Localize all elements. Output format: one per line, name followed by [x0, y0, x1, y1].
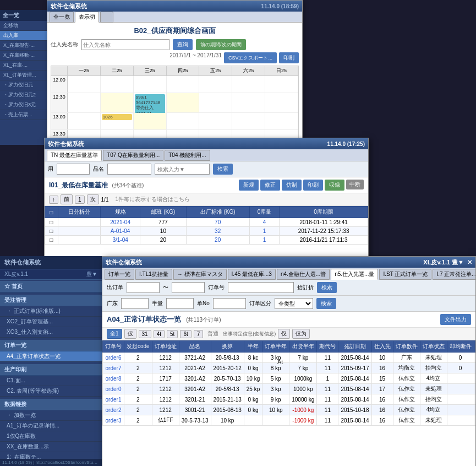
tab-display[interactable]: 表示切	[75, 12, 99, 23]
w3-filter-all[interactable]: 全1	[107, 329, 122, 339]
w2-search-button[interactable]: 検索	[213, 164, 233, 175]
ord-num[interactable]: order0	[103, 384, 124, 394]
export-button[interactable]: CSVエクスポート...	[224, 52, 277, 63]
supplier-input[interactable]	[81, 39, 169, 50]
order-row[interactable]: order1 2 1212 3201-21 2015-21-13 0 kg 9 …	[103, 394, 476, 405]
tab-extra[interactable]	[100, 12, 113, 23]
w2-btn-edit[interactable]: 修正	[260, 180, 280, 191]
w2-search-box[interactable]	[155, 164, 210, 175]
order-to-input[interactable]	[172, 282, 205, 293]
w3-filter-6[interactable]: 7	[194, 330, 204, 338]
search-button[interactable]: 查询	[173, 39, 193, 50]
menu-item-o2[interactable]: XO3_仕入別支術...	[0, 327, 102, 338]
order-row[interactable]: order3 2 仏1FF 30-5-73-13 10 kp -1000 kg …	[103, 415, 476, 426]
menu-item-d3[interactable]: XX_在庫数量...示	[0, 442, 102, 452]
w1-sidebar-item-9[interactable]: ・売上伝票...	[0, 110, 47, 120]
order-from-input[interactable]	[127, 282, 160, 293]
menu-item-d1[interactable]: A1_订单の记录详情...	[0, 421, 102, 431]
w3-filter-9[interactable]: 仅	[278, 329, 290, 339]
inv-stock[interactable]: 1	[249, 236, 280, 245]
w3-filter-10[interactable]: 仅为	[292, 329, 310, 339]
menu-item-p0[interactable]: C1.面...	[0, 376, 102, 386]
inv-stock[interactable]: 1	[249, 227, 280, 236]
w1-sidebar-item-5[interactable]: XL_订单管理...	[0, 71, 47, 80]
inv-qty2[interactable]: 32	[186, 227, 249, 236]
ord-num[interactable]: order2	[103, 405, 124, 415]
menu-item-d0[interactable]: ・ 加数一览	[0, 410, 102, 421]
inventory-row[interactable]: □ 2021-04 777 70 4 2018-01-11 1:29:41	[45, 218, 368, 227]
w3-filter-5[interactable]: 6t	[180, 330, 191, 338]
tab-all[interactable]: 全一览	[50, 12, 74, 23]
order-num-input[interactable]	[228, 282, 294, 293]
order-row[interactable]: order2 2 1212 3001-21 2015-08-13 0 kg 10…	[103, 405, 476, 415]
w3-input1[interactable]	[121, 298, 149, 309]
inv-spec[interactable]: A-01-04	[101, 227, 140, 236]
cal-event-2[interactable]: 1026	[102, 114, 132, 120]
inventory-row[interactable]: □ 3/1-04 20 20 1 2016-11/21 17:11:3	[45, 236, 368, 245]
ord-num[interactable]: order3	[103, 415, 124, 426]
w3-filter-4[interactable]: 5t	[167, 330, 178, 338]
inv-qty2[interactable]: 70	[186, 218, 249, 227]
ord-num[interactable]: order7	[103, 363, 124, 373]
menu-item-p1[interactable]: C2. 表周(等等都选择)	[0, 386, 102, 397]
w3-tab-2[interactable]: → 標準在庫マスタ	[173, 269, 227, 280]
w3-tab-0[interactable]: 订单一览	[105, 269, 134, 280]
ord-num[interactable]: order6	[103, 353, 124, 363]
w3-filter-2[interactable]: 31	[139, 330, 151, 338]
w2-tab-0[interactable]: TN 最低在庫量基準	[47, 150, 102, 161]
w2-btn-copy[interactable]: 仿制	[282, 180, 302, 191]
print-button[interactable]: 印刷	[279, 52, 299, 63]
w3-filter-3[interactable]: 4t	[154, 330, 165, 338]
w3-tab-1[interactable]: I.TL1抗抬量	[135, 269, 172, 280]
w3-tab-7[interactable]: I.7 正常発注单...品	[433, 269, 475, 280]
w1-sidebar-item-4[interactable]: XL_在庫·...	[0, 61, 47, 71]
inv-spec[interactable]: 3/1-04	[101, 236, 140, 245]
w2-btn-save[interactable]: 収録	[325, 180, 344, 191]
window3-close-icon[interactable]: ✕	[467, 259, 472, 266]
ord-num[interactable]: order1	[103, 394, 124, 405]
w3-tab-6[interactable]: I.ST 正式订单一览	[379, 269, 431, 280]
w1-sidebar-item-0[interactable]: 全移动	[0, 21, 47, 31]
w1-sidebar-item-7[interactable]: ・罗力仅旧元2	[0, 90, 47, 100]
inv-check[interactable]: □	[45, 227, 58, 236]
w3-input3[interactable]	[213, 298, 246, 309]
w2-tab-1[interactable]: T07 Q在庫数量利用...	[103, 150, 163, 161]
w2-btn-cancel[interactable]: 中断	[346, 180, 364, 189]
w1-sidebar-item-2[interactable]: X_在庫报告·...	[0, 41, 47, 51]
w3-search-button2[interactable]: 検索	[316, 298, 336, 309]
inv-check[interactable]: □	[45, 236, 58, 245]
order-row[interactable]: order7 2 1212 2021-A2 2015-20-12 0 kg 8 …	[103, 363, 476, 373]
inv-check[interactable]: □	[45, 218, 58, 227]
order-row[interactable]: order8 2 1717 3201-A2 20-5-70-13 10 kg 5…	[103, 373, 476, 384]
w1-sidebar-item-1[interactable]: 出入庫	[0, 31, 47, 41]
inventory-row[interactable]: □ A-01-04 10 32 1 2017-11-22 15:17:33	[45, 227, 368, 236]
w2-tab-2[interactable]: T04 機能利用...	[165, 150, 210, 161]
w2-name-input[interactable]	[107, 164, 151, 175]
w3-tab-4[interactable]: n4.金融仕人選...管	[277, 269, 330, 280]
w3-tab-3[interactable]: I.45 最低在庫...3	[228, 269, 276, 280]
w2-nav-next[interactable]: 次	[87, 194, 99, 204]
w2-btn-print[interactable]: 印刷	[303, 180, 323, 191]
w2-btn-new[interactable]: 新规	[239, 180, 259, 191]
w2-nav-up[interactable]: ↑	[49, 196, 58, 204]
w1-sidebar-item-8[interactable]: ・罗力仅旧3元	[0, 100, 47, 110]
w3-type-select[interactable]: 全类型	[275, 298, 313, 309]
w3-filter-1[interactable]: 仅	[124, 329, 136, 339]
inv-qty2[interactable]: 20	[186, 236, 249, 245]
next-period-button[interactable]: 前の期間/次の期間	[196, 39, 246, 50]
menu-item-o1[interactable]: XO2_訂单管理基...	[0, 317, 102, 327]
inv-stock[interactable]: 4	[249, 218, 280, 227]
w3-export-button[interactable]: 文件出力	[440, 314, 471, 325]
order-row[interactable]: order6 2 1212 3721-A2 20-5/8-13 8 kc 3 k…	[103, 353, 476, 363]
w3-input2[interactable]	[166, 298, 194, 309]
w3-tab-5[interactable]: n5.仕入先選...量	[331, 269, 378, 280]
w2-nav-prev[interactable]: 前	[61, 194, 73, 204]
w2-search-input[interactable]	[57, 164, 90, 175]
menu-item-d2[interactable]: 1仅Q在庫数	[0, 431, 102, 442]
inv-spec[interactable]: 2021-04	[101, 218, 140, 227]
w1-sidebar-item-6[interactable]: ・罗力仅旧元	[0, 80, 47, 90]
ord-num[interactable]: order8	[103, 373, 124, 384]
menu-item-l0[interactable]: A4_正常订单状态一览	[0, 351, 102, 362]
w1-sidebar-item-3[interactable]: X_在庫移動·...	[0, 51, 47, 61]
menu-item-o0[interactable]: ・ 正式订单(标准版...)	[0, 306, 102, 317]
